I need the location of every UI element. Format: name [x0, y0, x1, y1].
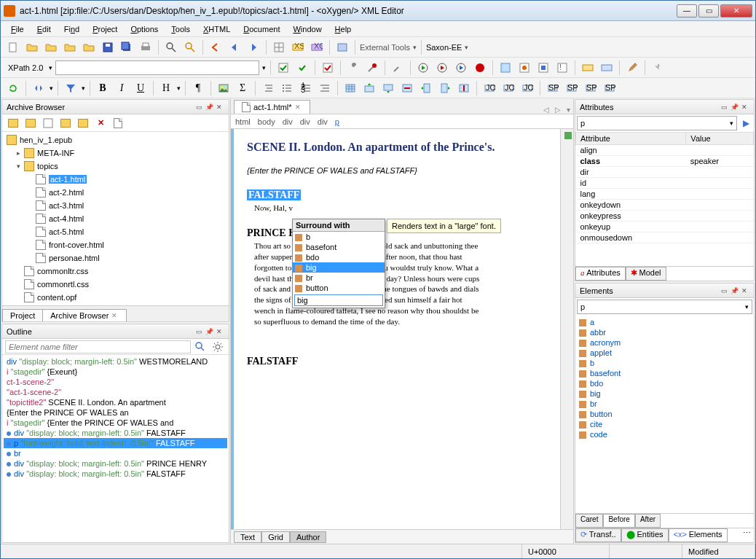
reopen-icon[interactable]	[81, 39, 97, 55]
element-option[interactable]: br	[577, 399, 752, 409]
outline-item[interactable]: div "display: block; margin-left: 0.5in"…	[4, 458, 227, 469]
view-tab-grid[interactable]: Grid	[261, 531, 290, 543]
outline-item[interactable]: "topictitle2" SCENE II. London. An apart…	[4, 397, 227, 407]
transformer-label[interactable]: Saxon-EE	[426, 43, 462, 52]
caret-tab-before[interactable]: Before	[603, 514, 634, 528]
tree-item[interactable]: commonltr.css	[4, 265, 227, 278]
menu-project[interactable]: Project	[87, 23, 123, 35]
breadcrumb[interactable]: html body div div div p	[231, 114, 573, 129]
grid-icon[interactable]	[271, 39, 287, 55]
attribute-row[interactable]: onmousedown	[576, 232, 754, 243]
menu-document[interactable]: Document	[237, 23, 286, 35]
split-v-icon[interactable]: SPLIT	[564, 80, 580, 96]
element-option[interactable]: basefont	[577, 368, 752, 378]
archive-close-icon[interactable]	[40, 115, 56, 131]
tree-item[interactable]: act-2.html	[4, 186, 227, 199]
edit-icon[interactable]	[624, 60, 640, 76]
maximize-button[interactable]: ▭	[698, 4, 719, 17]
tree-item[interactable]: act-5.html	[4, 225, 227, 238]
outline-item[interactable]: div "display: block; margin-left: 0.5in"…	[4, 428, 227, 438]
popup-option[interactable]: b	[293, 232, 385, 242]
insert-icon[interactable]	[497, 60, 513, 76]
caret-tab-after[interactable]: After	[635, 514, 661, 528]
list-bullet-icon[interactable]	[279, 80, 295, 96]
panel-close-icon[interactable]: ✕	[739, 286, 749, 296]
elements-list[interactable]: aabbracronymappletbbasefontbdobigbrbutto…	[575, 316, 754, 513]
outline-tree[interactable]: div "display: block; margin-left: 0.5in"…	[2, 355, 229, 542]
archive-tree[interactable]: hen_iv_1.epub▸META-INF▾topicsact-1.htmla…	[2, 132, 229, 305]
find-replace-icon[interactable]	[182, 39, 198, 55]
attribute-row[interactable]: onkeydown	[576, 200, 754, 211]
tab-project[interactable]: Project	[2, 309, 43, 321]
list-def-icon[interactable]	[317, 80, 333, 96]
attribute-row[interactable]: onkeyup	[576, 222, 754, 232]
outline-item[interactable]: p "font-weight: bold; text-indent: -0.5i…	[4, 438, 227, 448]
panel-close-icon[interactable]: ✕	[739, 102, 749, 112]
attribute-row[interactable]: id	[576, 178, 754, 189]
validate-options-icon[interactable]	[294, 60, 310, 76]
insert2-icon[interactable]	[516, 60, 532, 76]
menu-find[interactable]: Find	[58, 23, 85, 35]
tree-item[interactable]: ▾topics	[4, 160, 227, 173]
view-tab-author[interactable]: Author	[290, 531, 326, 543]
italic-icon[interactable]: I	[114, 80, 130, 96]
xpath-version-label[interactable]: XPath 2.0	[5, 63, 46, 72]
outline-item[interactable]: ct-1-scene-2"	[4, 377, 227, 387]
outline-filter-input[interactable]	[5, 340, 191, 353]
menu-edit[interactable]: Edit	[31, 23, 57, 35]
close-button[interactable]: ✕	[720, 4, 752, 17]
element-option[interactable]: a	[577, 317, 752, 327]
split-cell-icon[interactable]: SPLIT	[583, 80, 599, 96]
tree-root[interactable]: hen_iv_1.epub	[4, 133, 227, 146]
table-row-below-icon[interactable]	[380, 80, 396, 96]
attributes-context-dropdown[interactable]: p ▾	[577, 116, 737, 130]
search-icon[interactable]	[163, 39, 179, 55]
element-option[interactable]: abbr	[577, 327, 752, 337]
bottom-tab-elements[interactable]: <x> Elements	[669, 528, 728, 542]
forward-icon[interactable]	[245, 39, 261, 55]
outline-item[interactable]: div "display: block; margin-left: 0.5in"…	[4, 356, 227, 367]
panel-restore-icon[interactable]: ▭	[194, 327, 204, 337]
math-icon[interactable]: Σ	[235, 80, 251, 96]
archive-add-icon[interactable]	[75, 115, 91, 131]
tree-item[interactable]: content.opf	[4, 291, 227, 304]
join-right-icon[interactable]: JOIN	[500, 80, 516, 96]
panel-pin-icon[interactable]: 📌	[204, 102, 214, 112]
archive-delete-icon[interactable]: ✕	[92, 115, 109, 131]
elements-context-dropdown[interactable]: p ▾	[577, 300, 752, 314]
save-all-icon[interactable]	[119, 39, 135, 55]
split-h-icon[interactable]: SPLIT	[545, 80, 561, 96]
wrench-icon[interactable]	[345, 60, 361, 76]
bold-icon[interactable]: B	[95, 80, 111, 96]
menu-tools[interactable]: Tools	[165, 23, 196, 35]
popup-option[interactable]: button	[293, 283, 385, 293]
element-option[interactable]: bdo	[577, 378, 752, 388]
outline-item[interactable]: "act-1-scene-2"	[4, 387, 227, 397]
image-icon[interactable]	[216, 80, 232, 96]
outline-item[interactable]: div "display: block; margin-left: 0.5in"…	[4, 469, 227, 479]
element-option[interactable]: acronym	[577, 337, 752, 348]
editor-area[interactable]: SCENE II. London. An apartment of the Pr…	[231, 129, 573, 529]
profile-icon[interactable]	[453, 60, 469, 76]
popup-option[interactable]: basefont	[293, 242, 385, 252]
join-left-icon[interactable]: JOIN	[481, 80, 497, 96]
tree-item[interactable]: commonrtl.css	[4, 278, 227, 291]
join-cell-icon[interactable]: JOIN	[519, 80, 535, 96]
back-icon[interactable]	[227, 39, 243, 55]
table-col-left-icon[interactable]	[418, 80, 434, 96]
paragraph-icon[interactable]: ¶	[190, 80, 206, 96]
open-url-icon[interactable]	[43, 39, 59, 55]
menu-window[interactable]: Window	[287, 23, 327, 35]
speaker-selected[interactable]: FALSTAFF	[247, 189, 301, 200]
tree-item[interactable]: front-cover.html	[4, 238, 227, 251]
tree-item[interactable]: ▸META-INF	[4, 146, 227, 160]
open-recent-icon[interactable]	[62, 39, 78, 55]
next-icon[interactable]: ▶	[739, 118, 754, 128]
tree-item[interactable]: act-3.html	[4, 199, 227, 212]
menu-xhtml[interactable]: XHTML	[197, 23, 236, 35]
tag1-icon[interactable]	[580, 60, 596, 76]
panel-pin-icon[interactable]: 📌	[729, 102, 739, 112]
transform-icon[interactable]	[364, 60, 380, 76]
tab-archive-browser[interactable]: Archive Browser✕	[42, 309, 127, 321]
popup-filter-input[interactable]	[294, 294, 383, 306]
